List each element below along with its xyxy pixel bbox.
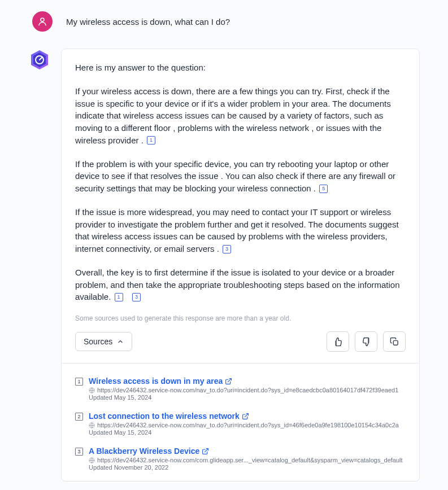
copy-button[interactable]: [383, 331, 406, 352]
answer-paragraph-3: If the issue is more widespread, you may…: [75, 206, 406, 255]
ai-response-card: Here is my answer to the question: If yo…: [61, 49, 420, 482]
sources-button-label: Sources: [84, 337, 112, 346]
source-body: Wireless access is down in my area: [89, 376, 406, 401]
feedback-actions: [327, 331, 406, 352]
external-link-icon: [202, 448, 209, 455]
source-title-text: Wireless access is down in my area: [89, 377, 223, 386]
citation-3[interactable]: 3: [132, 293, 141, 301]
answer-paragraph-2: If the problem is with your specific dev…: [75, 158, 406, 195]
sources-toggle-button[interactable]: Sources: [75, 332, 132, 351]
source-url-row: https://dev246432.service-now.com/com.gl…: [89, 457, 406, 463]
answer-text: If the issue is more widespread, you may…: [75, 207, 399, 253]
citation-5[interactable]: 5: [319, 185, 328, 193]
thumbs-down-icon: [362, 337, 371, 347]
source-body: Lost connection to the wireless network: [89, 411, 406, 436]
thumbs-up-button[interactable]: [327, 331, 349, 352]
user-message-row: My wireless access is down, what can I d…: [32, 11, 420, 32]
source-item: 3 A Blackberry Wireless Device: [75, 446, 406, 471]
svg-line-8: [245, 413, 248, 417]
thumbs-up-icon: [333, 337, 343, 347]
source-title-text: Lost connection to the wireless network: [89, 412, 240, 421]
citation-1[interactable]: 1: [115, 293, 123, 301]
source-number-badge: 1: [75, 378, 83, 386]
source-url-text: https://dev246432.service-now.com/nav_to…: [97, 387, 398, 393]
thumbs-down-button[interactable]: [355, 331, 377, 352]
ai-logo-icon: [28, 49, 51, 71]
sources-panel: 1 Wireless access is down in my area: [62, 363, 419, 471]
user-question-text: My wireless access is down, what can I d…: [66, 17, 230, 27]
svg-line-5: [228, 378, 232, 382]
source-body: A Blackberry Wireless Device: [89, 446, 406, 471]
source-item: 1 Wireless access is down in my area: [75, 376, 406, 401]
globe-icon: [89, 457, 95, 463]
citation-3[interactable]: 3: [223, 245, 231, 253]
source-number-badge: 3: [75, 448, 83, 456]
source-url-text: https://dev246432.service-now.com/com.gl…: [97, 457, 403, 463]
ai-response-row: Here is my answer to the question: If yo…: [28, 49, 420, 482]
chevron-up-icon: [117, 338, 124, 345]
svg-line-11: [205, 448, 208, 452]
external-link-icon: [242, 413, 249, 420]
answer-text: If the problem is with your specific dev…: [75, 159, 395, 194]
answer-text: If your wireless access is down, there a…: [75, 86, 391, 145]
answer-paragraph-1: If your wireless access is down, there a…: [75, 85, 406, 147]
source-title-text: A Blackberry Wireless Device: [89, 447, 199, 456]
source-updated-text: Updated May 15, 2024: [89, 394, 406, 401]
svg-point-0: [41, 18, 44, 21]
source-link[interactable]: A Blackberry Wireless Device: [89, 447, 209, 456]
person-icon: [37, 16, 47, 27]
ai-avatar: [28, 49, 51, 71]
answer-paragraph-4: Overall, the key is to first determine i…: [75, 266, 406, 303]
globe-icon: [89, 387, 95, 393]
answer-intro: Here is my answer to the question:: [75, 62, 406, 74]
source-link[interactable]: Wireless access is down in my area: [89, 377, 232, 386]
citation-1[interactable]: 1: [147, 136, 155, 145]
answer-text: Overall, the key is to first determine i…: [75, 268, 400, 302]
source-link[interactable]: Lost connection to the wireless network: [89, 412, 249, 421]
user-avatar: [32, 11, 53, 32]
source-url-text: https://dev246432.service-now.com/nav_to…: [97, 422, 399, 428]
source-updated-text: Updated November 20, 2022: [89, 464, 406, 471]
source-number-badge: 2: [75, 413, 83, 421]
svg-rect-4: [393, 340, 398, 345]
source-updated-text: Updated May 15, 2024: [89, 429, 406, 436]
external-link-icon: [225, 378, 232, 385]
source-url-row: https://dev246432.service-now.com/nav_to…: [89, 387, 406, 393]
ai-response-content: Here is my answer to the question: If yo…: [62, 49, 419, 363]
copy-icon: [390, 337, 399, 347]
source-url-row: https://dev246432.service-now.com/nav_to…: [89, 422, 406, 428]
globe-icon: [89, 422, 95, 428]
source-item: 2 Lost connection to the wireless networ…: [75, 411, 406, 436]
actions-row: Sources: [75, 331, 406, 354]
sources-age-disclaimer: Some sources used to generate this respo…: [75, 314, 406, 322]
